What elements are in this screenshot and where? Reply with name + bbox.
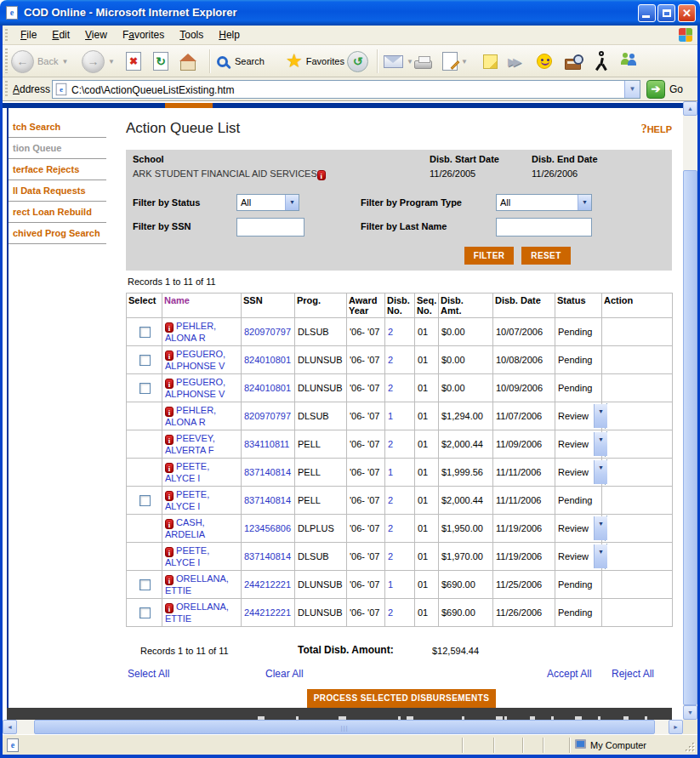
info-icon[interactable]: i <box>165 322 174 333</box>
column-header[interactable]: Name <box>162 294 242 318</box>
ssn-link[interactable]: 834110811 <box>244 439 289 449</box>
reject-all-link[interactable]: Reject All <box>612 668 654 680</box>
disb-no-link[interactable]: 1 <box>388 467 393 477</box>
help-link[interactable]: ?HELP <box>606 123 672 136</box>
scroll-up-icon[interactable]: ▲ <box>683 101 697 116</box>
disb-no-link[interactable]: 2 <box>388 551 393 561</box>
print-button[interactable] <box>414 49 432 73</box>
info-icon[interactable]: i <box>165 463 174 473</box>
student-name-link[interactable]: ORELLANA, ETTIE <box>165 601 229 624</box>
sidebar-item[interactable]: terface Rejects <box>9 159 106 180</box>
menu-item-favorites[interactable]: Favorites <box>115 26 172 44</box>
maximize-button[interactable] <box>657 4 675 22</box>
info-icon[interactable]: i <box>165 603 174 613</box>
go-label[interactable]: Go <box>669 83 683 95</box>
info-icon[interactable]: i <box>165 407 174 417</box>
action-select[interactable]: ▼ <box>605 516 670 541</box>
toolbar-grip[interactable] <box>5 48 8 73</box>
home-button[interactable] <box>180 49 196 73</box>
resize-grip[interactable] <box>685 742 696 753</box>
edit-button[interactable]: ▼ <box>442 49 468 73</box>
ssn-link[interactable]: 837140814 <box>244 495 291 505</box>
student-name-link[interactable]: PEGUERO, ALPHONSE V <box>165 349 225 371</box>
address-input[interactable]: e C:\cod\ActionQueueListExisting.htm ▼ <box>52 80 640 99</box>
filter-lastname-input[interactable] <box>496 218 592 237</box>
msn-messenger-button[interactable] <box>620 49 639 73</box>
row-checkbox[interactable] <box>139 327 151 338</box>
ssn-link[interactable]: 820970797 <box>244 327 291 337</box>
info-icon[interactable]: i <box>317 170 326 180</box>
vertical-scrollbar[interactable]: ▲ ▼ <box>683 101 697 720</box>
mail-dropdown-icon[interactable]: ▼ <box>407 58 413 66</box>
forward-button[interactable]: → ▼ <box>82 49 115 73</box>
discuss-button[interactable] <box>483 49 498 73</box>
media-button[interactable]: ▶▶ <box>508 49 518 73</box>
aim-button[interactable] <box>595 49 608 73</box>
scroll-right-icon[interactable]: ► <box>669 720 683 734</box>
scroll-left-icon[interactable]: ◄ <box>3 720 17 734</box>
sidebar-item[interactable]: chived Prog Search <box>9 223 106 244</box>
info-icon[interactable]: i <box>165 435 174 445</box>
row-checkbox[interactable] <box>139 607 151 618</box>
disb-no-link[interactable]: 2 <box>388 495 393 505</box>
disb-no-link[interactable]: 2 <box>388 439 393 449</box>
search-button[interactable]: Search <box>217 49 265 73</box>
disb-no-link[interactable]: 2 <box>388 523 393 533</box>
reset-button[interactable]: RESET <box>521 247 571 265</box>
ssn-link[interactable]: 837140814 <box>244 467 291 477</box>
menubar-grip[interactable] <box>5 29 8 41</box>
horizontal-scroll-thumb[interactable]: ||| <box>34 720 655 734</box>
disb-no-link[interactable]: 2 <box>388 327 393 337</box>
action-select[interactable]: ▼ <box>605 544 670 569</box>
ssn-link[interactable]: 820970797 <box>244 411 291 421</box>
menu-item-tools[interactable]: Tools <box>172 26 211 44</box>
go-button[interactable]: ➔ <box>646 80 665 99</box>
forward-dropdown-icon[interactable]: ▼ <box>108 58 115 66</box>
ssn-link[interactable]: 244212221 <box>244 607 291 618</box>
disb-no-link[interactable]: 2 <box>388 383 393 393</box>
minimize-button[interactable] <box>638 4 656 22</box>
info-icon[interactable]: i <box>165 491 174 501</box>
close-button[interactable]: ✕ <box>678 4 696 22</box>
history-button[interactable]: ↺ <box>347 49 368 73</box>
favorites-button[interactable]: ★ Favorites <box>286 49 344 73</box>
sidebar-item[interactable]: ll Data Requests <box>9 180 106 202</box>
info-icon[interactable]: i <box>165 547 174 557</box>
mail-button[interactable]: ▼ <box>384 49 413 73</box>
disb-no-link[interactable]: 1 <box>388 411 393 421</box>
row-checkbox[interactable] <box>139 355 151 366</box>
ssn-link[interactable]: 824010801 <box>244 383 291 393</box>
ssn-link[interactable]: 123456806 <box>244 523 291 533</box>
row-checkbox[interactable] <box>139 383 151 394</box>
back-dropdown-icon[interactable]: ▼ <box>61 58 68 66</box>
info-icon[interactable]: i <box>165 379 174 389</box>
disb-no-link[interactable]: 1 <box>388 579 393 590</box>
action-select[interactable]: ▼ <box>605 403 670 429</box>
scroll-down-icon[interactable]: ▼ <box>683 705 697 720</box>
stop-button[interactable]: ✖ <box>126 49 141 73</box>
edit-dropdown-icon[interactable]: ▼ <box>461 58 468 66</box>
disb-no-link[interactable]: 2 <box>388 607 393 618</box>
sidebar-item[interactable]: rect Loan Rebuild <box>9 202 106 223</box>
select-all-link[interactable]: Select All <box>128 668 169 680</box>
menu-item-file[interactable]: File <box>13 26 44 44</box>
student-name-link[interactable]: PEGUERO, ALPHONSE V <box>165 377 225 399</box>
student-name-link[interactable]: ORELLANA, ETTIE <box>165 573 229 596</box>
process-selected-button[interactable]: PROCESS SELECTED DISBURSEMENTS <box>307 689 496 708</box>
menu-item-help[interactable]: Help <box>211 26 248 44</box>
row-checkbox[interactable] <box>139 495 151 506</box>
back-button[interactable]: ← Back ▼ <box>11 49 68 73</box>
filter-button[interactable]: FILTER <box>464 247 514 265</box>
address-dropdown-icon[interactable]: ▼ <box>624 81 640 98</box>
accept-all-link[interactable]: Accept All <box>547 668 592 680</box>
menu-item-edit[interactable]: Edit <box>44 26 77 44</box>
research-button[interactable] <box>565 49 581 73</box>
info-icon[interactable]: i <box>165 575 174 585</box>
info-icon[interactable]: i <box>165 351 174 361</box>
clear-all-link[interactable]: Clear All <box>265 668 304 680</box>
menu-item-view[interactable]: View <box>77 26 115 44</box>
vertical-scroll-thumb[interactable] <box>683 170 697 705</box>
ssn-link[interactable]: 824010801 <box>244 355 291 365</box>
filter-ssn-input[interactable] <box>236 218 304 237</box>
addressbar-grip[interactable] <box>5 81 8 97</box>
